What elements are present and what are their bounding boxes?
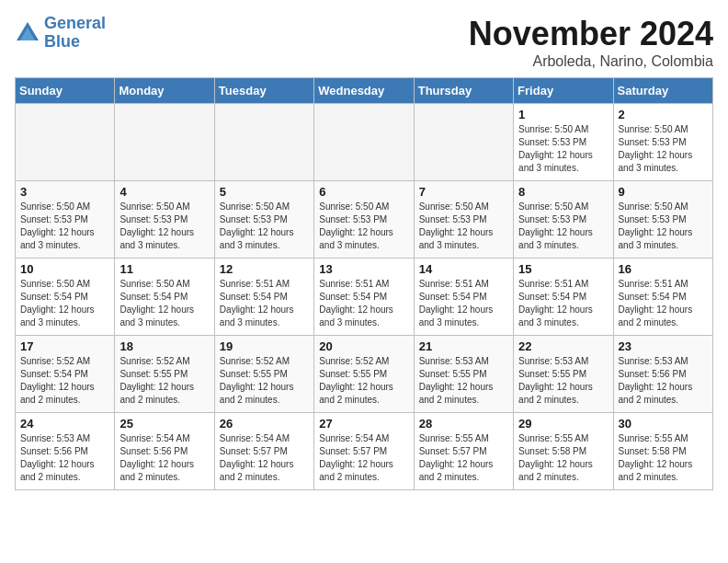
day-number: 4 (119, 185, 209, 199)
calendar-cell: 19Sunrise: 5:52 AMSunset: 5:55 PMDayligh… (214, 336, 313, 413)
title-block: November 2024 Arboleda, Narino, Colombia (469, 15, 713, 70)
day-info: Sunrise: 5:53 AMSunset: 5:56 PMDaylight:… (619, 355, 708, 407)
day-info: Sunrise: 5:50 AMSunset: 5:53 PMDaylight:… (20, 201, 109, 252)
day-info: Sunrise: 5:53 AMSunset: 5:55 PMDaylight:… (518, 355, 608, 407)
calendar-cell: 30Sunrise: 5:55 AMSunset: 5:58 PMDayligh… (613, 413, 712, 490)
day-info: Sunrise: 5:53 AMSunset: 5:55 PMDaylight:… (419, 355, 508, 407)
day-number: 7 (419, 185, 508, 199)
day-info: Sunrise: 5:55 AMSunset: 5:58 PMDaylight:… (518, 432, 608, 484)
calendar-cell: 11Sunrise: 5:50 AMSunset: 5:54 PMDayligh… (115, 259, 214, 336)
day-info: Sunrise: 5:51 AMSunset: 5:54 PMDaylight:… (518, 278, 608, 329)
calendar-week-3: 10Sunrise: 5:50 AMSunset: 5:54 PMDayligh… (16, 259, 713, 336)
calendar-cell: 26Sunrise: 5:54 AMSunset: 5:57 PMDayligh… (214, 413, 313, 490)
day-info: Sunrise: 5:50 AMSunset: 5:53 PMDaylight:… (518, 201, 608, 252)
calendar-cell: 18Sunrise: 5:52 AMSunset: 5:55 PMDayligh… (115, 336, 214, 413)
calendar-cell (414, 104, 513, 181)
day-info: Sunrise: 5:52 AMSunset: 5:55 PMDaylight:… (119, 355, 209, 407)
page-header: General Blue November 2024 Arboleda, Nar… (15, 15, 713, 70)
day-number: 13 (319, 262, 408, 276)
day-info: Sunrise: 5:50 AMSunset: 5:53 PMDaylight:… (419, 201, 508, 252)
calendar-cell: 2Sunrise: 5:50 AMSunset: 5:53 PMDaylight… (613, 104, 712, 181)
day-number: 2 (619, 108, 708, 121)
logo-text: General Blue (44, 15, 106, 52)
day-info: Sunrise: 5:51 AMSunset: 5:54 PMDaylight:… (220, 278, 309, 329)
day-info: Sunrise: 5:50 AMSunset: 5:53 PMDaylight:… (220, 201, 309, 252)
day-info: Sunrise: 5:51 AMSunset: 5:54 PMDaylight:… (419, 278, 508, 329)
logo-general: General (44, 14, 106, 32)
calendar-cell: 21Sunrise: 5:53 AMSunset: 5:55 PMDayligh… (414, 336, 513, 413)
day-info: Sunrise: 5:50 AMSunset: 5:53 PMDaylight:… (119, 201, 209, 252)
calendar-week-5: 24Sunrise: 5:53 AMSunset: 5:56 PMDayligh… (16, 413, 713, 490)
calendar-cell (16, 104, 115, 181)
day-info: Sunrise: 5:50 AMSunset: 5:53 PMDaylight:… (619, 123, 708, 175)
calendar-cell: 1Sunrise: 5:50 AMSunset: 5:53 PMDaylight… (514, 104, 613, 181)
day-number: 3 (20, 185, 109, 199)
day-number: 23 (619, 339, 708, 353)
calendar-cell: 15Sunrise: 5:51 AMSunset: 5:54 PMDayligh… (514, 259, 613, 336)
day-number: 9 (619, 185, 708, 199)
calendar-cell: 29Sunrise: 5:55 AMSunset: 5:58 PMDayligh… (514, 413, 613, 490)
calendar-cell: 24Sunrise: 5:53 AMSunset: 5:56 PMDayligh… (16, 413, 115, 490)
day-number: 30 (619, 417, 708, 431)
calendar-cell: 8Sunrise: 5:50 AMSunset: 5:53 PMDaylight… (514, 181, 613, 259)
location: Arboleda, Narino, Colombia (469, 53, 713, 70)
calendar-cell: 13Sunrise: 5:51 AMSunset: 5:54 PMDayligh… (314, 259, 414, 336)
day-number: 8 (518, 185, 608, 199)
calendar-cell: 4Sunrise: 5:50 AMSunset: 5:53 PMDaylight… (115, 181, 214, 259)
day-info: Sunrise: 5:55 AMSunset: 5:57 PMDaylight:… (419, 432, 508, 484)
day-info: Sunrise: 5:53 AMSunset: 5:56 PMDaylight:… (20, 432, 109, 484)
calendar-cell: 12Sunrise: 5:51 AMSunset: 5:54 PMDayligh… (214, 259, 313, 336)
calendar-cell: 14Sunrise: 5:51 AMSunset: 5:54 PMDayligh… (414, 259, 513, 336)
day-number: 15 (518, 262, 608, 276)
day-info: Sunrise: 5:51 AMSunset: 5:54 PMDaylight:… (319, 278, 408, 329)
calendar-cell (314, 104, 414, 181)
calendar-cell: 25Sunrise: 5:54 AMSunset: 5:56 PMDayligh… (115, 413, 214, 490)
calendar-cell: 28Sunrise: 5:55 AMSunset: 5:57 PMDayligh… (414, 413, 513, 490)
weekday-header-wednesday: Wednesday (314, 78, 414, 104)
calendar-cell: 9Sunrise: 5:50 AMSunset: 5:53 PMDaylight… (613, 181, 712, 259)
day-number: 16 (619, 262, 708, 276)
day-number: 27 (319, 417, 408, 431)
calendar-cell: 27Sunrise: 5:54 AMSunset: 5:57 PMDayligh… (314, 413, 414, 490)
day-number: 19 (220, 339, 309, 353)
day-number: 26 (220, 417, 309, 431)
calendar-cell: 10Sunrise: 5:50 AMSunset: 5:54 PMDayligh… (16, 259, 115, 336)
calendar-cell: 20Sunrise: 5:52 AMSunset: 5:55 PMDayligh… (314, 336, 414, 413)
weekday-header-thursday: Thursday (414, 78, 513, 104)
day-info: Sunrise: 5:51 AMSunset: 5:54 PMDaylight:… (619, 278, 708, 329)
day-number: 5 (220, 185, 309, 199)
weekday-header-monday: Monday (115, 78, 214, 104)
calendar-table: SundayMondayTuesdayWednesdayThursdayFrid… (15, 77, 713, 490)
day-number: 28 (419, 417, 508, 431)
logo-blue: Blue (44, 32, 80, 51)
day-number: 20 (319, 339, 408, 353)
calendar-week-1: 1Sunrise: 5:50 AMSunset: 5:53 PMDaylight… (16, 104, 713, 181)
weekday-header-saturday: Saturday (613, 78, 712, 104)
calendar-cell: 22Sunrise: 5:53 AMSunset: 5:55 PMDayligh… (514, 336, 613, 413)
calendar-cell: 23Sunrise: 5:53 AMSunset: 5:56 PMDayligh… (613, 336, 712, 413)
day-number: 17 (20, 339, 109, 353)
calendar-week-2: 3Sunrise: 5:50 AMSunset: 5:53 PMDaylight… (16, 181, 713, 259)
logo-icon (15, 20, 40, 46)
logo: General Blue (15, 15, 106, 52)
calendar-cell: 5Sunrise: 5:50 AMSunset: 5:53 PMDaylight… (214, 181, 313, 259)
day-number: 25 (119, 417, 209, 431)
day-info: Sunrise: 5:54 AMSunset: 5:57 PMDaylight:… (220, 432, 309, 484)
calendar-week-4: 17Sunrise: 5:52 AMSunset: 5:54 PMDayligh… (16, 336, 713, 413)
calendar-cell: 17Sunrise: 5:52 AMSunset: 5:54 PMDayligh… (16, 336, 115, 413)
day-info: Sunrise: 5:50 AMSunset: 5:53 PMDaylight:… (518, 123, 608, 175)
day-info: Sunrise: 5:54 AMSunset: 5:57 PMDaylight:… (319, 432, 408, 484)
day-info: Sunrise: 5:55 AMSunset: 5:58 PMDaylight:… (619, 432, 708, 484)
day-number: 29 (518, 417, 608, 431)
day-number: 11 (119, 262, 209, 276)
calendar-cell: 3Sunrise: 5:50 AMSunset: 5:53 PMDaylight… (16, 181, 115, 259)
day-number: 10 (20, 262, 109, 276)
day-info: Sunrise: 5:52 AMSunset: 5:54 PMDaylight:… (20, 355, 109, 407)
day-number: 22 (518, 339, 608, 353)
weekday-header-friday: Friday (514, 78, 613, 104)
calendar-cell (115, 104, 214, 181)
weekday-header-tuesday: Tuesday (214, 78, 313, 104)
day-info: Sunrise: 5:50 AMSunset: 5:54 PMDaylight:… (119, 278, 209, 329)
day-number: 14 (419, 262, 508, 276)
header-row: SundayMondayTuesdayWednesdayThursdayFrid… (16, 78, 713, 104)
